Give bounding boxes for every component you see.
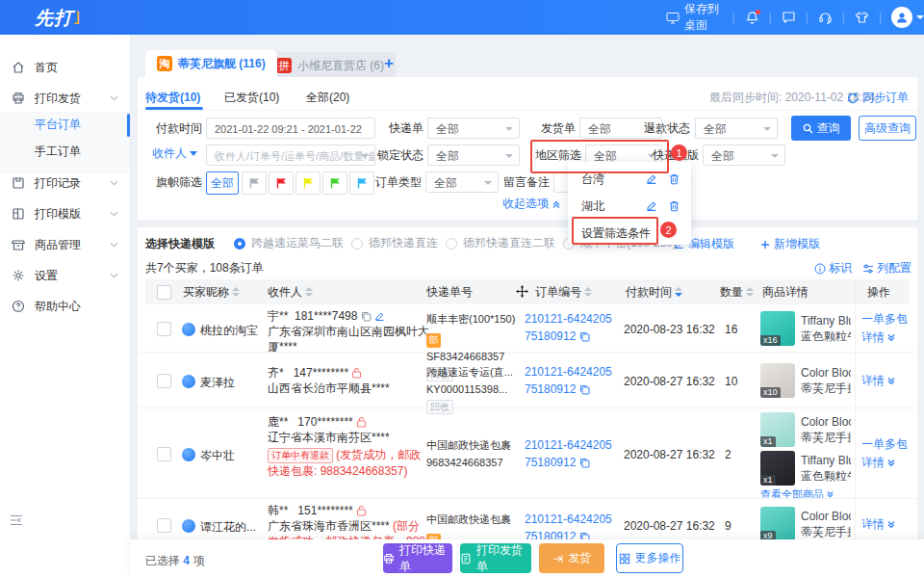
collapse-options-button[interactable]: 收起选项 [502, 196, 561, 212]
detail-link[interactable]: 详情 [861, 516, 896, 533]
copy-icon[interactable] [361, 311, 372, 322]
lock-status-select[interactable]: 全部 [427, 144, 520, 166]
radio-template-1[interactable]: 跨越速运菜鸟二联 [234, 235, 344, 251]
lock-icon[interactable] [356, 416, 367, 428]
user-avatar-menu[interactable] [891, 7, 924, 28]
region-option-hubei[interactable]: 湖北 [568, 193, 691, 220]
sidebar-item-manual-orders[interactable]: 手工订单 [35, 144, 81, 160]
buyer-nickname[interactable]: 谭江花的... [200, 519, 256, 536]
buyer-nickname[interactable]: 桃拉的淘宝 [200, 323, 258, 339]
ship-button[interactable]: 发货 [539, 543, 604, 573]
column-config-button[interactable]: 列配置 [862, 260, 911, 276]
flag-yellow-button[interactable] [295, 171, 321, 195]
lock-icon[interactable] [356, 505, 367, 516]
store-tab-active[interactable]: 淘 蒂芙尼旗舰 (116) [145, 50, 277, 77]
courier-sheet-select[interactable]: 全部 [427, 118, 520, 139]
sidebar-item-print-ship[interactable]: 打印发货 [0, 84, 130, 113]
sidebar-item-help[interactable]: 帮助中心 [0, 292, 130, 321]
sidebar-item-goods[interactable]: 商品管理 [0, 230, 130, 259]
one-order-multi-pack-link[interactable]: 一单多包 [861, 436, 908, 453]
radio-template-3[interactable]: 德邦快递直连二联 [446, 235, 555, 251]
add-store-button[interactable]: + [384, 54, 394, 73]
copy-icon[interactable] [579, 458, 590, 468]
flag-green-button[interactable] [322, 171, 347, 195]
edit-icon[interactable] [646, 200, 657, 212]
print-courier-sheet-button[interactable]: 打印快递单 [383, 543, 452, 573]
buyer-nickname[interactable]: 麦泽拉 [200, 375, 235, 391]
sidebar-item-home[interactable]: 首页 [0, 53, 130, 82]
sidebar-item-settings[interactable]: 设置 [0, 261, 130, 290]
chat-icon[interactable] [782, 11, 796, 24]
product-thumbnail[interactable]: x16 [760, 311, 795, 346]
col-qty[interactable]: 数量 [720, 280, 754, 303]
flag-red-button[interactable] [269, 171, 294, 195]
col-receiver[interactable]: 收件人 [268, 280, 313, 303]
col-buyer[interactable]: 买家昵称 [183, 280, 240, 303]
table-row: 麦泽拉 齐* 147******** 山西省长治市平顺县**** 跨越速运专运(… [145, 353, 910, 408]
sync-orders-button[interactable]: 同步订单 [847, 90, 909, 106]
buyer-nickname[interactable]: 岑中壮 [200, 448, 235, 464]
order-number-link[interactable]: 75180912 [525, 456, 576, 469]
detail-link[interactable]: 详情 [861, 373, 896, 389]
row-checkbox[interactable] [157, 322, 171, 336]
app-logo[interactable]: 先打˩ [35, 6, 81, 31]
headset-icon[interactable] [818, 11, 833, 24]
order-number-link[interactable]: 75180912 [525, 329, 576, 343]
keyword-search-input[interactable]: 收件人/订单号/运单号/商品/数量/金额 [206, 144, 375, 166]
store-tab-inactive[interactable]: 拼 小维尼直营店 (6) [265, 52, 396, 79]
pay-time-range-input[interactable]: 2021-01-22 09:21 - 2021-01-22 09:21 [206, 118, 375, 139]
edit-icon[interactable] [646, 173, 657, 185]
edit-icon[interactable] [374, 311, 385, 322]
detail-link[interactable]: 详情 [861, 329, 896, 346]
row-checkbox[interactable] [157, 447, 171, 461]
sidebar-item-platform-orders[interactable]: 平台订单 [35, 117, 81, 133]
order-type-select[interactable]: 全部 [425, 171, 499, 193]
trash-icon[interactable] [669, 173, 680, 185]
region-option-taiwan[interactable]: 台湾 [568, 166, 691, 193]
advanced-search-button[interactable]: 高级查询 [859, 116, 916, 141]
notification-bell-icon[interactable] [745, 11, 759, 25]
row-checkbox[interactable] [157, 518, 171, 533]
product-thumbnail[interactable]: x1 [760, 451, 795, 486]
sidebar-item-print-templates[interactable]: 打印模版 [0, 199, 130, 228]
receiver-field-selector[interactable]: 收件人 [152, 145, 197, 162]
product-thumbnail[interactable]: x1 [760, 412, 795, 447]
add-template-link[interactable]: 新增模版 [760, 236, 820, 252]
tab-shipped[interactable]: 已发货(10) [224, 90, 279, 106]
col-order-no[interactable]: 订单编号 [516, 280, 592, 303]
drag-move-icon[interactable] [516, 285, 528, 298]
info-circle-icon [814, 263, 826, 275]
detail-link[interactable]: 详情 [861, 455, 896, 471]
sidebar-item-print-records[interactable]: 打印记录 [0, 169, 130, 197]
product-thumbnail[interactable]: x9 [760, 507, 795, 541]
tab-pending-ship[interactable]: 待发货(10) [145, 90, 200, 106]
row-checkbox[interactable] [157, 374, 171, 388]
one-order-multi-pack-link[interactable]: 一单多包 [861, 311, 908, 328]
courier-template-select[interactable]: 全部 [703, 144, 785, 166]
flag-blue-button[interactable] [349, 171, 374, 195]
copy-icon[interactable] [579, 384, 590, 395]
mark-button[interactable]: 标识 [814, 260, 852, 276]
sidebar-collapse-icon[interactable] [10, 514, 23, 526]
print-ship-sheet-button[interactable]: 打印发货单 [460, 543, 531, 573]
shirt-theme-icon[interactable] [855, 11, 869, 24]
search-button[interactable]: 查询 [791, 116, 851, 141]
save-to-desktop-button[interactable]: 保存到桌面 [666, 1, 722, 34]
lock-icon[interactable] [351, 367, 362, 379]
order-number-link[interactable]: 75180912 [525, 382, 576, 396]
flag-gray-button[interactable] [242, 171, 267, 195]
product-thumbnail[interactable]: x10 [760, 363, 795, 398]
trash-icon[interactable] [669, 200, 680, 212]
refund-status-select[interactable]: 全部 [695, 118, 778, 139]
order-number-link[interactable]: 210121-6424205 [525, 312, 612, 326]
col-pay-time[interactable]: 付款时间 [626, 280, 682, 303]
order-number-link[interactable]: 210121-6424205 [525, 365, 612, 379]
radio-template-2[interactable]: 德邦快递直连 [351, 235, 438, 251]
select-all-checkbox[interactable] [157, 285, 171, 300]
copy-icon[interactable] [579, 331, 590, 342]
flag-all-button[interactable]: 全部 [206, 171, 239, 195]
order-number-link[interactable]: 210121-6424205 [525, 512, 612, 526]
tab-all[interactable]: 全部(20) [306, 90, 349, 106]
more-actions-button[interactable]: 更多操作 [616, 543, 683, 573]
order-number-link[interactable]: 210121-6424205 [525, 438, 612, 452]
